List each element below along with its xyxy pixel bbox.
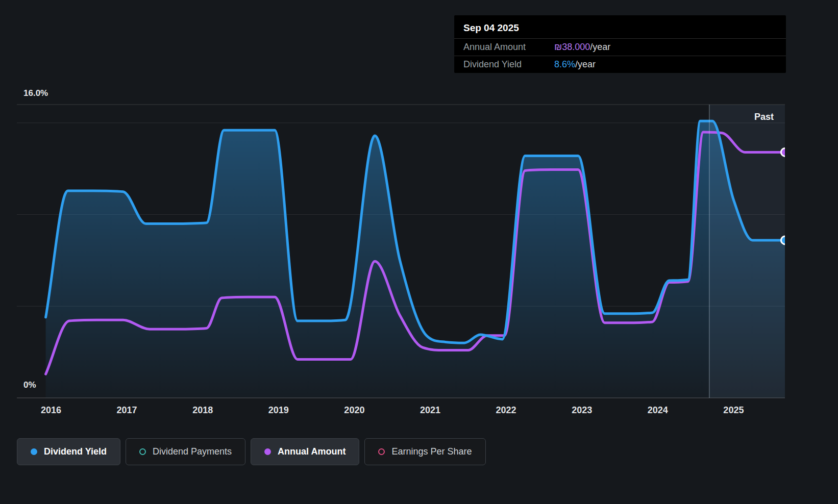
x-tick-label: 2021 — [420, 405, 440, 416]
legend-toggle-dividend-payments[interactable]: Dividend Payments — [126, 438, 245, 465]
x-tick-label: 2018 — [192, 405, 213, 416]
x-tick-label: 2020 — [344, 405, 364, 416]
x-tick-label: 2024 — [648, 405, 668, 416]
tooltip-suffix: /year — [575, 59, 596, 70]
dividend-chart-page: 16.0% 0% 2016 2017 2018 2019 2020 2021 2… — [0, 0, 838, 504]
legend-label: Earnings Per Share — [391, 446, 472, 457]
dividend-history-chart[interactable] — [0, 0, 838, 504]
legend-toggle-annual-amount[interactable]: Annual Amount — [251, 438, 359, 465]
x-tick-label: 2017 — [117, 405, 137, 416]
y-axis-min-label: 0% — [23, 380, 36, 390]
x-tick-label: 2025 — [723, 405, 744, 416]
x-tick-label: 2022 — [496, 405, 516, 416]
legend-toggle-earnings-per-share[interactable]: Earnings Per Share — [364, 438, 485, 465]
legend-label: Dividend Payments — [153, 446, 232, 457]
x-axis: 2016 2017 2018 2019 2020 2021 2022 2023 … — [0, 405, 838, 418]
x-tick-label: 2016 — [41, 405, 61, 416]
tooltip-value-annual-amount: ₪38.000 — [554, 42, 590, 53]
chart-legend: Dividend Yield Dividend Payments Annual … — [17, 438, 486, 465]
chart-tooltip: Sep 04 2025 Annual Amount ₪38.000 /year … — [454, 15, 786, 73]
x-tick-label: 2023 — [572, 405, 592, 416]
legend-toggle-dividend-yield[interactable]: Dividend Yield — [17, 438, 120, 465]
tooltip-label: Dividend Yield — [463, 59, 554, 70]
tooltip-suffix: /year — [590, 42, 610, 53]
dividend-yield-dot-icon — [31, 448, 37, 455]
tooltip-date: Sep 04 2025 — [454, 15, 786, 38]
legend-label: Dividend Yield — [44, 446, 107, 457]
earnings-per-share-ring-icon — [378, 448, 385, 455]
tooltip-value-dividend-yield: 8.6% — [554, 59, 575, 70]
tooltip-row-annual-amount: Annual Amount ₪38.000 /year — [454, 38, 786, 56]
past-region-label: Past — [754, 112, 774, 122]
tooltip-label: Annual Amount — [463, 42, 554, 53]
x-tick-label: 2019 — [268, 405, 289, 416]
y-axis-max-label: 16.0% — [23, 88, 48, 98]
tooltip-row-dividend-yield: Dividend Yield 8.6% /year — [454, 56, 786, 73]
legend-label: Annual Amount — [278, 446, 346, 457]
annual-amount-dot-icon — [264, 448, 271, 455]
dividend-payments-ring-icon — [139, 448, 146, 455]
